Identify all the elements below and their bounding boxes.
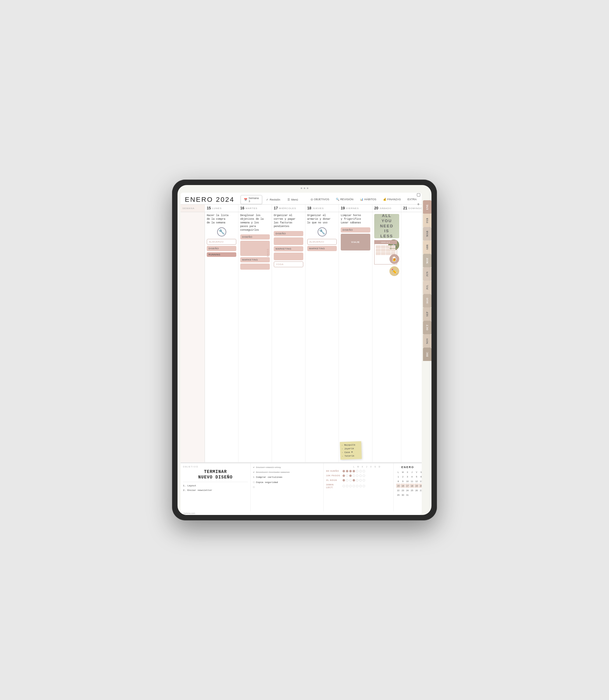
target-icon: ◎ xyxy=(311,198,313,201)
habit-agua: 2L AGUA xyxy=(326,479,391,482)
ideas-title: IDEAS xyxy=(375,240,397,244)
tool-sticker-lunes: 🔧 xyxy=(217,227,226,236)
bottom-section: OBJETIVO TERMINARNUEVO DISEÑO 1. Layout … xyxy=(180,463,422,511)
chart-icon: 📊 xyxy=(360,198,363,201)
day-domingo[interactable] xyxy=(401,212,422,463)
objetivo-item-2: 2. Enviar newsletter xyxy=(183,488,248,492)
month-title: ENERO 2024 xyxy=(185,196,234,203)
day-col-jueves: 18 JUEVES xyxy=(306,204,339,212)
day-col-miercoles: 17 MIÉRCOLES xyxy=(272,204,306,212)
habits-panel: L M X J V S D 8H SUEÑO xyxy=(324,463,394,511)
sidebar-item-may[interactable]: MAY xyxy=(423,254,432,267)
diseno-block-vier: DISEÑO xyxy=(341,227,370,233)
jueves-task: Organizar elarmario y donarlo que no uso xyxy=(307,214,337,225)
day-jueves[interactable]: Organizar elarmario y donarlo que no uso… xyxy=(306,212,339,463)
running-block-lunes: RUNNING xyxy=(207,252,236,257)
planner-header: ENERO 2024 📅 Semana 3 ✓ Revisión ☰ Menú xyxy=(180,193,422,204)
sidebar-item-abr[interactable]: ABR xyxy=(423,240,432,254)
search-icon: 🔍 xyxy=(336,198,339,201)
calendar-icon: 📅 xyxy=(244,198,247,201)
footer-text: byinma.com xyxy=(180,511,422,515)
yoga-block: YOGA xyxy=(274,262,303,267)
menu-icon: ☰ xyxy=(288,198,290,201)
tab-revision[interactable]: ✓ Revisión xyxy=(263,197,284,203)
mini-cal-title: ENERO xyxy=(396,466,419,469)
check-item-5: □ xyxy=(253,485,321,489)
day-col-martes: 16 MARTES xyxy=(239,204,272,212)
window-icon[interactable]: ▢ xyxy=(415,191,422,198)
sidebar-item-sep[interactable]: SEP xyxy=(423,307,432,321)
miercoles-task: Organizar elcorreo y pagarlas facturaspe… xyxy=(274,214,303,229)
day-col-week: SEMANA xyxy=(180,204,205,212)
mini-cal-panel: ENERO L M X J V S D 1 2 3 xyxy=(394,463,422,511)
checklist-panel: ✓ Enviar email etsy ✓ Devolver teclado a… xyxy=(250,463,324,511)
done-label: DONE xyxy=(267,249,269,257)
tab-semana3[interactable]: 📅 Semana 3 xyxy=(241,195,262,204)
habit-sueno: 8H SUEÑO xyxy=(326,470,391,472)
objetivo-panel: OBJETIVO TERMINARNUEVO DISEÑO 1. Layout … xyxy=(180,463,250,511)
day-miercoles[interactable]: Organizar elcorreo y pagarlas facturaspe… xyxy=(272,212,306,463)
photo-placeholder: ALL YOU NEED IS LESS xyxy=(374,214,399,238)
day-viernes[interactable]: Limpiar hornoy frigoríficoLavar sábanas … xyxy=(339,212,372,463)
day-sabado[interactable]: ALL YOU NEED IS LESS ⛰️ IDEAS xyxy=(372,212,401,463)
objetivo-label: OBJETIVO xyxy=(183,466,248,468)
check-item-1: ✓ Enviar email etsy xyxy=(253,466,321,469)
check-item-2: ✓ Devolver teclado amazon xyxy=(253,470,321,474)
objetivo-title: TERMINARNUEVO DISEÑO xyxy=(183,469,248,480)
sidebar-item-dic[interactable]: DIC xyxy=(423,347,432,361)
check-icon: ✓ xyxy=(266,198,268,201)
tab-habitos[interactable]: 📊 HÁBITOS xyxy=(357,196,379,203)
tool-sticker-jueves: 🔧 xyxy=(318,227,327,236)
objetivo-item-1: 1. Layout xyxy=(183,484,248,488)
day-col-viernes: 19 VIERNES xyxy=(339,204,372,212)
day-lunes[interactable]: Hacer la listade la comprade la semana 🔧… xyxy=(205,212,239,463)
sidebar-item-ago[interactable]: AGO xyxy=(423,294,432,307)
ipad-frame: ENE FEB MAR ABR MAY JUN JUL AGO SEP OCT … xyxy=(172,180,437,520)
header-right-tabs: ◎ OBJETIVOS 🔍 REVISIÓN 📊 HÁBITOS 💰 FINAN… xyxy=(308,196,420,203)
habit-pasos: 10K PASOS xyxy=(326,474,391,477)
viernes-task: Limpiar hornoy frigoríficoLavar sábanas xyxy=(341,214,370,225)
almuerzo-block-lunes: ALMUERZO xyxy=(207,239,236,245)
tab-finanzas[interactable]: 💰 FINANZAS xyxy=(380,196,404,203)
sidebar-item-nov[interactable]: NOV xyxy=(423,334,432,347)
diseno-block-mier: DISEÑO xyxy=(274,231,303,236)
sidebar-item-jun[interactable]: JUN xyxy=(423,267,432,281)
week-cell xyxy=(180,212,205,463)
right-icons: ▢ ＋ xyxy=(415,191,422,208)
sidebar-item-oct[interactable]: OCT xyxy=(423,321,432,334)
check-item-4: □ Copia seguridad xyxy=(253,481,321,484)
mini-cal-grid: L M X J V S D 1 2 3 4 5 xyxy=(396,470,419,497)
habit-lect: 30MIN LECT. xyxy=(326,483,391,489)
mini-calendar: ENERO L M X J V S D 1 2 3 xyxy=(396,466,419,497)
day-martes[interactable]: Desglosar losobjetivos de lasemana y los… xyxy=(239,212,272,463)
days-header: SEMANA 15 LUNES 16 MARTES 17 MIÉRCOLES xyxy=(180,204,422,212)
diseno-block-martes: DISEÑO xyxy=(240,234,270,239)
ipad-screen: ENE FEB MAR ABR MAY JUN JUL AGO SEP OCT … xyxy=(177,185,432,515)
calendar-area: SEMANA 15 LUNES 16 MARTES 17 MIÉRCOLES xyxy=(180,204,422,515)
tab-objetivos[interactable]: ◎ OBJETIVOS xyxy=(308,196,332,203)
almuerzo-block-jue: ALMUERZO xyxy=(307,239,337,245)
pencil-sticker: ✏️ xyxy=(389,266,399,276)
top-dots xyxy=(301,187,309,189)
habits-grid: L M X J V S D 8H SUEÑO xyxy=(326,466,391,489)
plus-icon[interactable]: ＋ xyxy=(415,201,422,208)
side-tabs: ENE FEB MAR ABR MAY JUN JUL AGO SEP OCT … xyxy=(423,200,432,361)
tab-menu[interactable]: ☰ Menú xyxy=(284,197,301,203)
martes-task: Desglosar losobjetivos de lasemana y los… xyxy=(240,214,270,232)
photo-text: ALL YOU NEED IS LESS xyxy=(374,214,399,238)
sidebar-item-ene[interactable]: ENE xyxy=(423,200,432,214)
day-col-lunes: 15 LUNES xyxy=(205,204,239,212)
day-col-sabado: 20 SÁBADO xyxy=(372,204,401,212)
sticky-note-viernes: - Mezquita- Joyería- Casa M- Tetería xyxy=(340,441,362,460)
sidebar-item-feb[interactable]: FEB xyxy=(423,214,432,227)
sidebar-item-mar[interactable]: MAR xyxy=(423,227,432,240)
check-item-3: 1 Comprar cartulinas xyxy=(253,475,321,479)
lunes-task: Hacer la listade la comprade la semana xyxy=(207,214,236,225)
tab-revision-main[interactable]: 🔍 REVISIÓN xyxy=(333,196,356,203)
nav-tabs: 📅 Semana 3 ✓ Revisión ☰ Menú xyxy=(241,195,301,204)
main-grid: Hacer la listade la comprade la semana 🔧… xyxy=(180,212,422,463)
sidebar-item-jul[interactable]: JUL xyxy=(423,281,432,294)
marketing-block-jue: MARKETING xyxy=(307,246,337,251)
planner: ENERO 2024 📅 Semana 3 ✓ Revisión ☰ Menú xyxy=(180,193,422,515)
marketing-block-martes: MARKETING xyxy=(240,257,270,262)
